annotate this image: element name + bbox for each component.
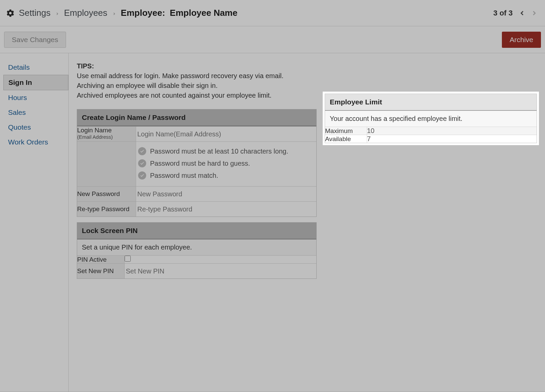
login-panel-header: Create Login Name / Password bbox=[77, 109, 316, 126]
chevron-right-icon bbox=[112, 8, 116, 18]
gear-icon bbox=[6, 9, 15, 18]
pager-prev-button[interactable] bbox=[517, 8, 527, 18]
maximum-label: Maximum bbox=[325, 127, 353, 134]
password-rule-text: Password must match. bbox=[150, 172, 218, 179]
available-label: Available bbox=[325, 135, 351, 142]
pin-panel: Lock Screen PIN Set a unique PIN for eac… bbox=[77, 222, 317, 279]
tips-line-1: Use email address for login. Make passwo… bbox=[77, 72, 284, 79]
action-bar: Save Changes Archive bbox=[0, 26, 545, 53]
new-password-label: New Password bbox=[77, 190, 120, 197]
sidebar: Details Sign In Hours Sales Quotes Work … bbox=[0, 53, 69, 392]
password-rule-text: Password must be hard to guess. bbox=[150, 160, 250, 167]
tips-block: TIPS: Use email address for login. Make … bbox=[77, 61, 317, 100]
breadcrumb-employees[interactable]: Employees bbox=[64, 8, 107, 18]
breadcrumb-settings[interactable]: Settings bbox=[19, 8, 51, 18]
chevron-right-icon bbox=[55, 8, 59, 18]
breadcrumb-current-value: Employee Name bbox=[170, 8, 237, 18]
check-icon bbox=[138, 159, 146, 167]
sidebar-item-sign-in[interactable]: Sign In bbox=[3, 75, 68, 90]
login-panel: Create Login Name / Password Login Name … bbox=[77, 109, 317, 217]
new-password-input[interactable] bbox=[136, 187, 317, 201]
set-pin-label: Set New PIN bbox=[77, 267, 114, 274]
employee-limit-panel: Employee Limit Your account has a specif… bbox=[325, 94, 537, 143]
employee-limit-header: Employee Limit bbox=[325, 94, 537, 111]
retype-password-input[interactable] bbox=[136, 202, 317, 217]
check-icon bbox=[138, 171, 146, 179]
pin-active-label: PIN Active bbox=[77, 256, 107, 263]
pager-next-button[interactable] bbox=[530, 8, 539, 18]
sidebar-item-quotes[interactable]: Quotes bbox=[0, 120, 68, 135]
login-name-sublabel: (Email Address) bbox=[77, 134, 136, 140]
sidebar-item-hours[interactable]: Hours bbox=[0, 90, 68, 105]
password-rule: Password must match. bbox=[138, 169, 315, 182]
sidebar-item-sales[interactable]: Sales bbox=[0, 105, 68, 120]
sidebar-item-work-orders[interactable]: Work Orders bbox=[0, 135, 68, 150]
password-rule-text: Password must be at least 10 characters … bbox=[150, 148, 288, 155]
breadcrumb-current-label: Employee: bbox=[121, 8, 165, 18]
archive-button[interactable]: Archive bbox=[502, 32, 541, 48]
employee-limit-info: Your account has a specified employee li… bbox=[325, 111, 537, 127]
available-value: 7 bbox=[367, 135, 371, 142]
breadcrumb-bar: Settings Employees Employee: Employee Na… bbox=[0, 0, 545, 26]
login-name-input[interactable] bbox=[136, 127, 317, 141]
pin-panel-header: Lock Screen PIN bbox=[77, 223, 316, 239]
record-pager-text: 3 of 3 bbox=[493, 9, 513, 18]
pin-info-text: Set a unique PIN for each employee. bbox=[77, 239, 316, 255]
sidebar-item-details[interactable]: Details bbox=[0, 60, 68, 75]
login-name-label: Login Name bbox=[77, 127, 111, 134]
password-rule: Password must be at least 10 characters … bbox=[138, 145, 315, 157]
breadcrumb: Settings Employees Employee: Employee Na… bbox=[19, 8, 237, 18]
pin-active-checkbox[interactable] bbox=[125, 256, 131, 262]
password-rule: Password must be hard to guess. bbox=[138, 157, 315, 169]
tips-line-3: Archived employees are not counted again… bbox=[77, 92, 271, 99]
check-icon bbox=[138, 147, 146, 155]
retype-password-label: Re-type Password bbox=[77, 205, 129, 213]
save-button[interactable]: Save Changes bbox=[4, 32, 66, 48]
tips-line-2: Archiving an employee will disable their… bbox=[77, 82, 218, 89]
set-pin-input[interactable] bbox=[125, 264, 317, 279]
maximum-value: 10 bbox=[367, 127, 375, 134]
tips-label: TIPS: bbox=[77, 62, 94, 70]
